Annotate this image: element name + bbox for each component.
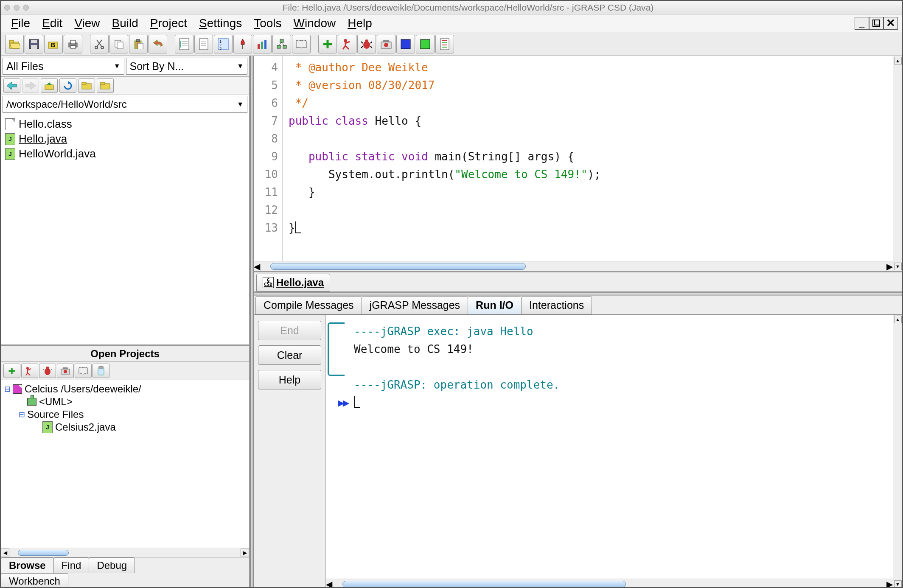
scroll-down-icon[interactable]: ▼ [894, 263, 902, 270]
expand-icon[interactable]: ⊟ [19, 410, 25, 419]
proj-camera-button[interactable] [57, 364, 74, 378]
scroll-left-icon[interactable]: ◀ [254, 261, 260, 272]
save-b-button[interactable]: B [44, 35, 63, 53]
minimize-button[interactable]: _ [855, 17, 869, 30]
open-button[interactable] [5, 35, 24, 53]
tab-browse[interactable]: Browse [1, 557, 54, 573]
msg-tab-interactions[interactable]: Interactions [521, 296, 592, 314]
scroll-right-icon[interactable]: ▶ [886, 261, 893, 272]
file-filter-combo[interactable]: All Files▼ [3, 58, 124, 75]
src-file-node[interactable]: JCelsius2.java [4, 421, 246, 434]
copy-button[interactable] [109, 35, 128, 53]
horizontal-splitter[interactable] [254, 293, 902, 296]
menu-build[interactable]: Build [106, 16, 144, 31]
menu-window[interactable]: Window [288, 16, 342, 31]
proj-debug-button[interactable] [39, 364, 56, 378]
tab-find[interactable]: Find [53, 557, 90, 573]
console-clear-button[interactable]: Clear [258, 345, 321, 365]
runner-button[interactable] [338, 35, 356, 53]
bug-button[interactable] [357, 35, 376, 53]
msg-tab-jgrasp-messages[interactable]: jGRASP Messages [362, 296, 468, 314]
doc-lines-button[interactable] [435, 35, 454, 53]
scroll-right-icon[interactable]: ▶ [886, 579, 893, 588]
msg-tab-run-i-o[interactable]: Run I/O [468, 296, 522, 314]
svg-rect-61 [401, 39, 410, 49]
csd-button[interactable] [175, 35, 194, 53]
code-area[interactable]: * @author Dee Weikle * @version 08/30/20… [283, 56, 893, 271]
menu-view[interactable]: View [68, 16, 106, 31]
uml-button[interactable] [272, 35, 291, 53]
plus-button[interactable] [318, 35, 337, 53]
tab-workbench[interactable]: Workbench [1, 573, 68, 588]
src-folder-node[interactable]: ⊟Source Files [4, 408, 246, 421]
line-num-button[interactable]: 123 [214, 35, 233, 53]
camera-button[interactable] [377, 35, 395, 53]
scroll-left-icon[interactable]: ◀ [326, 579, 332, 588]
menu-tools[interactable]: Tools [248, 16, 287, 31]
scroll-up-icon[interactable]: ▲ [894, 316, 902, 323]
nav-up-button[interactable] [41, 78, 58, 93]
file-item[interactable]: JHello.java [5, 132, 245, 146]
menu-edit[interactable]: Edit [36, 16, 68, 31]
console-output[interactable]: ----jGRASP exec: java Hello Welcome to C… [326, 315, 893, 579]
editor-hscroll[interactable]: ◀▶ [254, 261, 893, 271]
paste-button[interactable] [129, 35, 148, 53]
cut-button[interactable] [90, 35, 109, 53]
file-item[interactable]: Hello.class [5, 117, 245, 132]
scroll-thumb[interactable] [270, 263, 526, 270]
scroll-thumb[interactable] [18, 550, 69, 556]
green-sq-button[interactable] [416, 35, 435, 53]
min-dot[interactable] [14, 5, 20, 11]
menu-project[interactable]: Project [144, 16, 193, 31]
file-tab-hello[interactable]: GCSDHello.java [256, 274, 330, 291]
folder2-button[interactable] [97, 78, 114, 93]
folder1-button[interactable] [78, 78, 95, 93]
expand-icon[interactable]: ⊟ [4, 384, 10, 394]
uml-node[interactable]: <UML> [4, 395, 246, 408]
msg-tab-compile-messages[interactable]: Compile Messages [255, 296, 362, 314]
scroll-thumb[interactable] [342, 581, 626, 588]
scroll-left-icon[interactable]: ◀ [1, 549, 9, 557]
menu-file[interactable]: File [5, 16, 36, 31]
save-button[interactable] [25, 35, 43, 53]
undo-button[interactable] [149, 35, 167, 53]
project-tree[interactable]: ⊟Celcius /Users/deeweikle/ <UML> ⊟Source… [1, 380, 249, 548]
projects-hscroll[interactable]: ◀▶ [1, 548, 249, 557]
menu-settings[interactable]: Settings [193, 16, 248, 31]
tab-debug[interactable]: Debug [89, 557, 135, 573]
scroll-up-icon[interactable]: ▲ [894, 57, 902, 64]
menu-help[interactable]: Help [342, 16, 378, 31]
console-vscroll[interactable]: ▲▼ [893, 315, 902, 588]
vertical-splitter[interactable] [250, 56, 254, 588]
nav-forward-button[interactable] [22, 78, 39, 93]
project-node[interactable]: ⊟Celcius /Users/deeweikle/ [4, 383, 246, 395]
refresh-button[interactable] [59, 78, 76, 93]
proj-book-button[interactable] [75, 364, 92, 378]
code-editor[interactable]: 45678910111213 * @author Dee Weikle * @v… [254, 56, 902, 272]
sort-combo[interactable]: Sort By N...▼ [126, 58, 248, 75]
page-button[interactable] [194, 35, 213, 53]
proj-run-button[interactable] [21, 364, 38, 378]
chart-button[interactable] [253, 35, 272, 53]
chevron-down-icon: ▼ [237, 101, 244, 108]
file-item[interactable]: JHelloWorld.java [5, 146, 245, 161]
blue-sq-button[interactable] [396, 35, 415, 53]
maximize-button[interactable] [869, 17, 883, 30]
console-help-button[interactable]: Help [258, 370, 321, 389]
scroll-down-icon[interactable]: ▼ [894, 580, 902, 588]
zoom-dot[interactable] [23, 5, 29, 11]
file-list[interactable]: Hello.classJHello.javaJHelloWorld.java [1, 114, 249, 345]
nav-back-button[interactable] [3, 78, 20, 93]
path-combo[interactable]: /workspace/HelloWorld/src▼ [3, 96, 247, 113]
close-button[interactable]: ✕ [883, 17, 898, 30]
proj-add-button[interactable]: + [3, 364, 20, 378]
proj-jar-button[interactable] [93, 364, 109, 378]
scroll-right-icon[interactable]: ▶ [241, 549, 249, 557]
close-dot[interactable] [4, 5, 10, 11]
book-button[interactable] [292, 35, 311, 53]
svg-rect-7 [31, 45, 37, 49]
console-hscroll[interactable]: ◀▶ [326, 579, 893, 588]
editor-vscroll[interactable]: ▲▼ [893, 56, 902, 271]
print-button[interactable] [64, 35, 82, 53]
pin-button[interactable] [233, 35, 252, 53]
